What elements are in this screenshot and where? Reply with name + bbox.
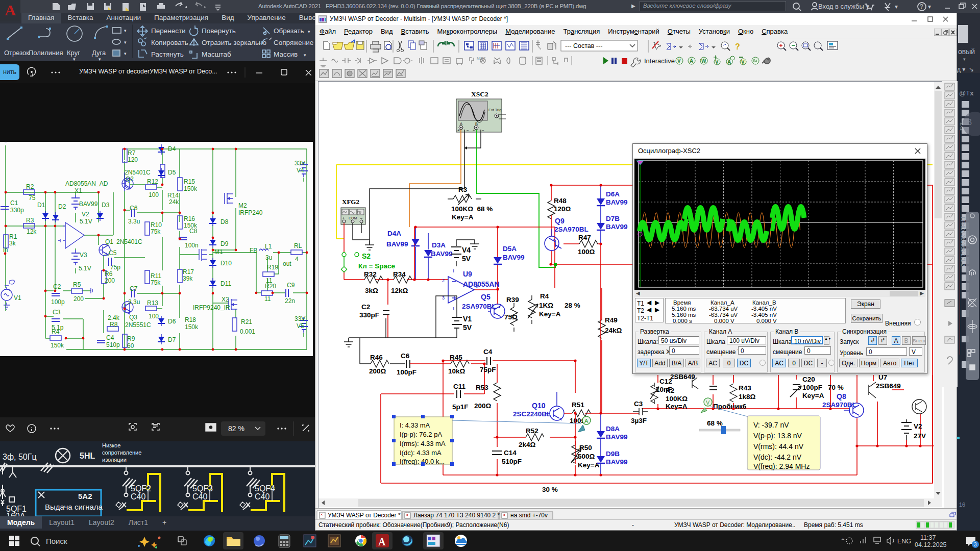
svg-text:2SB649: 2SB649 — [876, 382, 901, 390]
svg-text:Низкое: Низкое — [102, 442, 120, 448]
svg-text:▾: ▾ — [928, 3, 931, 10]
svg-text:?: ? — [920, 3, 923, 10]
svg-text:U7: U7 — [878, 373, 887, 381]
svg-text:C2: C2 — [361, 303, 370, 311]
svg-text:C8: C8 — [189, 228, 198, 235]
svg-text:100: 100 — [149, 191, 159, 198]
svg-text:L1: L1 — [265, 243, 272, 250]
svg-text:I(p-p): 76.2 pA: I(p-p): 76.2 pA — [400, 431, 442, 438]
svg-text:R16: R16 — [184, 215, 195, 222]
svg-text:R6: R6 — [105, 270, 113, 278]
svg-text:⌃: ⌃ — [840, 537, 846, 545]
svg-text:C20: C20 — [802, 375, 815, 383]
svg-text:D9B: D9B — [606, 450, 620, 458]
svg-text:C6: C6 — [401, 352, 410, 360]
svg-text:R14: R14 — [167, 192, 179, 199]
svg-text:C4: C4 — [106, 334, 114, 341]
svg-text:5.1V: 5.1V — [79, 265, 91, 272]
svg-text:Interactive: Interactive — [644, 57, 675, 65]
svg-text:10kΩ: 10kΩ — [448, 367, 465, 375]
svg-text:V(rms): 44.4 nV: V(rms): 44.4 nV — [753, 442, 804, 450]
svg-text:510p: 510p — [106, 341, 120, 348]
svg-text:3u: 3u — [265, 254, 272, 261]
svg-text:100KΩ: 100KΩ — [666, 395, 688, 403]
svg-text:C40: C40 — [131, 492, 145, 501]
svg-text:160А: 160А — [6, 512, 26, 516]
svg-text:Отразить зеркально: Отразить зеркально — [202, 39, 266, 46]
svg-text:100: 100 — [149, 313, 159, 320]
svg-text:Массив: Массив — [274, 51, 298, 58]
svg-text:24kΩ: 24kΩ — [605, 327, 622, 334]
svg-text:R2: R2 — [26, 183, 34, 190]
svg-text:▾: ▾ — [124, 28, 127, 33]
svg-text:Вход в службы ▾: Вход в службы ▾ — [818, 3, 870, 10]
svg-text:C12: C12 — [659, 378, 672, 385]
svg-text:C5: C5 — [109, 249, 117, 257]
svg-text:24k: 24k — [169, 198, 179, 206]
svg-text:Q2: Q2 — [126, 176, 134, 183]
svg-text:R51: R51 — [572, 401, 584, 409]
svg-text:A: A — [584, 418, 589, 424]
svg-text:R2: R2 — [666, 387, 674, 394]
svg-text:X2: X2 — [222, 296, 229, 303]
svg-text:Полилиния: Полилиния — [29, 49, 63, 57]
svg-text:out: out — [283, 260, 291, 267]
svg-text:R39: R39 — [506, 296, 519, 304]
svg-text:?: ? — [735, 42, 740, 51]
svg-text:BAV99: BAV99 — [386, 240, 408, 248]
svg-text:M1: M1 — [214, 248, 223, 256]
svg-text:V1: V1 — [14, 294, 21, 302]
svg-text:100Ω: 100Ω — [578, 248, 595, 256]
svg-text:R20: R20 — [265, 283, 276, 290]
svg-text:2SA970BL: 2SA970BL — [462, 303, 496, 310]
svg-text:2N5401C: 2N5401C — [125, 169, 151, 176]
svg-text:V: V — [741, 59, 745, 65]
svg-text:2: 2 — [442, 278, 445, 283]
svg-text:3kΩ: 3kΩ — [365, 287, 378, 294]
svg-text:Отрезок: Отрезок — [4, 49, 29, 57]
svg-text:BAV99: BAV99 — [431, 250, 453, 258]
svg-text:V: V — [715, 59, 719, 65]
svg-text:Поиск: Поиск — [46, 537, 67, 545]
svg-text:A: A — [727, 59, 731, 65]
svg-text:Ext Trig: Ext Trig — [488, 108, 501, 112]
svg-text:Q10: Q10 — [532, 402, 546, 410]
svg-text:100pF: 100pF — [802, 384, 822, 391]
svg-text:−: − — [467, 128, 469, 133]
svg-text:Обрезать: Обрезать — [274, 27, 304, 35]
svg-text:R13: R13 — [147, 299, 158, 307]
svg-text:D4: D4 — [168, 145, 176, 153]
svg-text:C6: C6 — [130, 205, 138, 212]
svg-text:C14: C14 — [504, 449, 517, 457]
svg-text:2SB649: 2SB649 — [670, 373, 695, 381]
svg-text:--- Состав ---: --- Состав --- — [565, 42, 602, 49]
svg-text:Q1: Q1 — [105, 238, 113, 245]
svg-text:D1: D1 — [37, 202, 45, 209]
svg-text:70 %: 70 % — [828, 384, 844, 391]
svg-text:D3: D3 — [102, 202, 110, 209]
svg-text:на smd +-70v: на smd +-70v — [510, 512, 548, 519]
svg-text:V1: V1 — [463, 315, 472, 323]
svg-text:120Ω: 120Ω — [554, 205, 571, 213]
svg-text:75: 75 — [29, 194, 36, 202]
svg-text:Пробник6: Пробник6 — [713, 403, 747, 410]
svg-text:R4: R4 — [540, 292, 549, 300]
svg-text:V5: V5 — [297, 322, 304, 330]
svg-text:Key=A: Key=A — [578, 461, 600, 469]
svg-text:82 %: 82 % — [228, 424, 244, 433]
svg-text:R15: R15 — [184, 178, 195, 185]
svg-text:R3: R3 — [458, 186, 468, 193]
svg-text:3ф, 50Гц: 3ф, 50Гц — [3, 453, 37, 461]
svg-text:V: V — [677, 58, 681, 64]
svg-text:R52: R52 — [526, 427, 538, 435]
svg-text:I(dc): 4.33 mA: I(dc): 4.33 mA — [400, 449, 442, 457]
svg-text:R21: R21 — [241, 318, 252, 325]
svg-text:2N5551C: 2N5551C — [125, 321, 151, 329]
svg-text:D10: D10 — [220, 260, 232, 267]
svg-text:Масштаб: Масштаб — [202, 51, 231, 58]
svg-text:▾: ▾ — [124, 40, 127, 45]
svg-text:5HL: 5HL — [80, 452, 95, 460]
svg-text:Выдача сигнала: Выдача сигнала — [45, 503, 103, 511]
svg-text:УМЗЧ WASP от Decoder *: УМЗЧ WASP от Decoder * — [328, 512, 401, 519]
svg-text:12k: 12k — [27, 228, 37, 235]
